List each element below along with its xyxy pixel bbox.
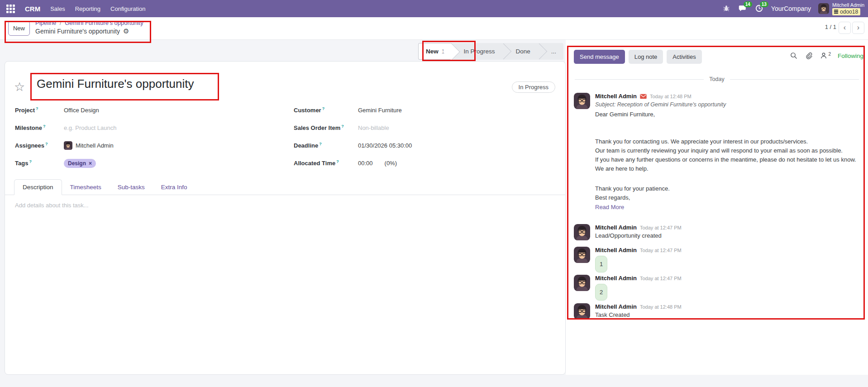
milestone-input[interactable]: e.g. Product Launch xyxy=(64,124,116,131)
message-avatar xyxy=(574,93,590,109)
pager-counter: 1 / 1 xyxy=(825,24,836,30)
field-row-allocated-time: Allocated Time? 00:00 (0%) xyxy=(294,154,511,172)
attachment-paperclip-icon[interactable] xyxy=(805,52,813,60)
deadline-label: Deadline xyxy=(294,143,318,149)
messages-icon[interactable]: 14 xyxy=(739,4,748,13)
tab-timesheets[interactable]: Timesheets xyxy=(62,180,110,195)
message-author[interactable]: Mitchell Admin xyxy=(595,275,637,282)
message-time: Today at 12:47 PM xyxy=(640,276,682,281)
new-button[interactable]: New xyxy=(8,21,30,36)
allocated-time-label: Allocated Time xyxy=(294,160,335,167)
task-form-sheet: ☆ Gemini Furniture's opportunity In Prog… xyxy=(5,61,566,375)
search-messages-icon[interactable] xyxy=(790,52,798,60)
help-icon: ? xyxy=(319,142,322,146)
follower-count: 2 xyxy=(828,52,831,57)
project-value[interactable]: Office Design xyxy=(64,107,99,114)
message-time: Today at 12:48 PM xyxy=(640,304,682,310)
help-icon: ? xyxy=(341,124,344,129)
chevron-left-icon: ‹ xyxy=(844,24,846,31)
help-icon: ? xyxy=(36,106,38,111)
help-icon: ? xyxy=(45,142,48,146)
stage-new[interactable]: New 1m xyxy=(418,43,452,60)
company-switcher[interactable]: YourCompany xyxy=(771,5,811,12)
help-icon: ? xyxy=(29,159,32,164)
message-time: Today at 12:47 PM xyxy=(640,248,682,253)
bug-icon[interactable] xyxy=(722,4,731,13)
customer-label: Customer xyxy=(294,107,321,114)
database-badge: odoo18 xyxy=(832,8,860,15)
date-divider: Today xyxy=(566,76,868,82)
breadcrumb-pipeline-link[interactable]: Pipeline xyxy=(35,19,56,26)
description-editor[interactable]: Add details about this task... xyxy=(15,202,89,209)
message-time: Today at 12:48 PM xyxy=(650,94,692,99)
message-author[interactable]: Mitchell Admin xyxy=(595,224,637,231)
customer-value[interactable]: Gemini Furniture xyxy=(358,107,402,114)
message-author[interactable]: Mitchell Admin xyxy=(595,303,637,310)
tag-close-icon[interactable]: × xyxy=(89,160,92,167)
message-body: Dear Gemini Furniture, Thank you for con… xyxy=(595,110,860,202)
log-note-button[interactable]: Log note xyxy=(629,50,663,64)
followers-icon[interactable]: 2 xyxy=(820,52,831,60)
gear-icon[interactable]: ⚙ xyxy=(123,27,129,35)
favorite-star-icon[interactable]: ☆ xyxy=(14,80,25,94)
tab-extra-info[interactable]: Extra Info xyxy=(153,180,196,195)
following-toggle[interactable]: Following xyxy=(838,53,863,59)
message-author[interactable]: Mitchell Admin xyxy=(595,247,637,253)
field-row-milestone: Milestone? e.g. Product Launch xyxy=(15,119,232,137)
kanban-state-badge[interactable]: In Progress xyxy=(512,81,555,93)
pager-next-button[interactable]: › xyxy=(852,22,864,34)
activity-clock-icon[interactable]: 13 xyxy=(755,4,764,13)
help-icon: ? xyxy=(43,124,46,129)
stage-duration: 1m xyxy=(442,48,449,55)
messages-count-badge: 14 xyxy=(744,1,752,7)
message-avatar xyxy=(574,247,590,263)
sales-order-item-input[interactable]: Non-billable xyxy=(358,124,389,131)
tab-description[interactable]: Description xyxy=(14,179,62,195)
help-icon: ? xyxy=(336,159,339,164)
pager-prev-button[interactable]: ‹ xyxy=(839,22,851,34)
menu-sales[interactable]: Sales xyxy=(50,5,65,12)
allocated-time-percent: (0%) xyxy=(385,160,397,167)
user-name: Mitchell Admin xyxy=(832,2,864,8)
stage-chevron-icon xyxy=(538,43,544,60)
allocated-time-value[interactable]: 00:00 xyxy=(358,160,373,167)
stage-more[interactable]: ... xyxy=(544,43,563,60)
field-group-right: Customer? Gemini Furniture Sales Order I… xyxy=(294,101,511,172)
stage-statusbar: New 1m In Progress Done ... xyxy=(418,43,563,60)
help-icon: ? xyxy=(322,106,325,111)
database-icon xyxy=(834,9,839,14)
milestone-label: Milestone xyxy=(15,125,42,132)
message-note: Mitchell Admin Today at 12:47 PM 1 xyxy=(566,247,868,272)
field-row-project: Project? Office Design xyxy=(15,101,232,119)
chatter-panel: Send message Log note Activities 2 Follo… xyxy=(566,40,868,375)
notebook-tabs: Description Timesheets Sub-tasks Extra I… xyxy=(5,178,565,195)
message-time: Today at 12:47 PM xyxy=(640,225,682,230)
message-body: Task Created xyxy=(595,311,860,320)
field-row-customer: Customer? Gemini Furniture xyxy=(294,101,511,119)
user-avatar xyxy=(818,3,829,14)
menu-reporting[interactable]: Reporting xyxy=(75,5,100,12)
tab-subtasks[interactable]: Sub-tasks xyxy=(110,180,153,195)
deadline-value[interactable]: 01/30/2026 05:30:00 xyxy=(358,142,412,149)
apps-grid-icon[interactable] xyxy=(6,5,15,13)
stage-chevron-icon xyxy=(502,43,508,60)
send-message-button[interactable]: Send message xyxy=(574,50,625,64)
message-log: Mitchell Admin Today at 12:48 PM Task Cr… xyxy=(566,303,868,320)
assignee-chip[interactable]: Mitchell Admin xyxy=(64,141,114,150)
menu-configuration[interactable]: Configuration xyxy=(110,5,145,12)
message-avatar xyxy=(574,303,590,320)
task-title[interactable]: Gemini Furniture's opportunity xyxy=(37,77,194,91)
control-panel: New Pipeline / Gemini Furniture's opport… xyxy=(0,17,868,40)
breadcrumb-parent-link[interactable]: Gemini Furniture's opportunity xyxy=(65,19,143,26)
message-avatar xyxy=(574,275,590,291)
read-more-link[interactable]: Read More xyxy=(595,203,860,212)
chevron-right-icon: › xyxy=(857,24,859,31)
sales-order-item-label: Sales Order Item xyxy=(294,125,340,132)
field-group-left: Project? Office Design Milestone? e.g. P… xyxy=(15,101,232,172)
assignee-avatar xyxy=(64,141,72,150)
tag-design[interactable]: Design × xyxy=(64,159,96,168)
app-menu-crm[interactable]: CRM xyxy=(25,5,40,13)
message-author[interactable]: Mitchell Admin xyxy=(595,93,637,100)
user-menu[interactable]: Mitchell Admin odoo18 xyxy=(818,2,864,15)
activities-button[interactable]: Activities xyxy=(667,50,701,64)
